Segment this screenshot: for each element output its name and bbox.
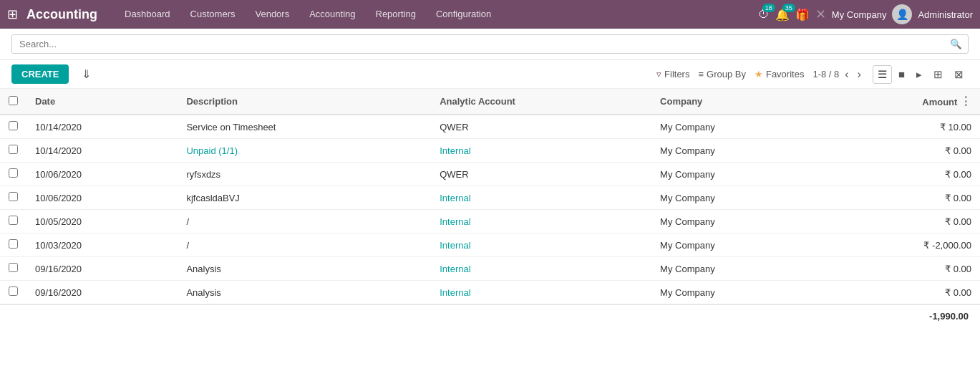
row-date: 10/06/2020 (26, 186, 178, 210)
analytic-items-table: Date Description Analytic Account Compan… (0, 89, 980, 304)
row-analytic-account[interactable]: Internal (431, 139, 651, 163)
row-checkbox[interactable] (9, 239, 18, 249)
col-analytic-account[interactable]: Analytic Account (431, 89, 651, 115)
row-analytic-account[interactable]: Internal (431, 186, 651, 210)
nav-accounting[interactable]: Accounting (299, 0, 365, 29)
table-row: 10/06/2020 kjfcasldaBVJ Internal My Comp… (0, 186, 980, 210)
row-date: 10/14/2020 (26, 139, 178, 163)
filters-label: Filters (664, 69, 689, 80)
table-row: 10/06/2020 ryfsxdzs QWER My Company ₹ 0.… (0, 163, 980, 186)
table-row: 09/16/2020 Analysis Internal My Company … (0, 281, 980, 304)
row-checkbox[interactable] (9, 121, 18, 130)
row-amount: ₹ 0.00 (823, 281, 980, 304)
row-checkbox-cell[interactable] (0, 186, 26, 210)
topnav-right: ⏱ 18 🔔 35 🎁 ✕ My Company 👤 Administrator (758, 4, 973, 24)
filter-icon: ▿ (656, 69, 661, 80)
row-company: My Company (651, 281, 823, 304)
table-row: 10/14/2020 Unpaid (1/1) Internal My Comp… (0, 139, 980, 163)
company-label[interactable]: My Company (832, 9, 887, 20)
pagination-text: 1-8 / 8 (812, 69, 839, 80)
row-date: 10/06/2020 (26, 163, 178, 186)
search-button[interactable]: 🔍 (944, 35, 968, 53)
row-checkbox[interactable] (9, 216, 18, 225)
chart-view-button[interactable]: ▸ (911, 65, 927, 84)
groupby-button[interactable]: ≡ Group By (698, 69, 746, 80)
row-date: 10/05/2020 (26, 210, 178, 233)
row-amount: ₹ 0.00 (823, 163, 980, 186)
select-all-header[interactable] (0, 89, 26, 115)
row-analytic-account[interactable]: Internal (431, 257, 651, 281)
row-checkbox-cell[interactable] (0, 115, 26, 139)
column-options-icon[interactable]: ⋮ (960, 95, 971, 107)
row-checkbox-cell[interactable] (0, 257, 26, 281)
gift-icon-btn[interactable]: 🎁 (795, 8, 810, 21)
bell-icon-btn[interactable]: 🔔 35 (775, 8, 790, 21)
nav-dashboard[interactable]: Dashboard (115, 0, 180, 29)
row-checkbox[interactable] (9, 168, 18, 178)
table-container: Date Description Analytic Account Compan… (0, 89, 980, 304)
list-view-button[interactable]: ☰ (873, 65, 892, 84)
grid-icon[interactable]: ⊞ (7, 6, 18, 22)
next-page-button[interactable]: › (855, 67, 864, 82)
avatar[interactable]: 👤 (892, 4, 912, 24)
clock-icon-btn[interactable]: ⏱ 18 (758, 8, 770, 21)
row-company: My Company (651, 163, 823, 186)
clock-badge: 18 (762, 4, 775, 12)
nav-reporting[interactable]: Reporting (366, 0, 426, 29)
nav-vendors[interactable]: Vendors (245, 0, 299, 29)
row-company: My Company (651, 186, 823, 210)
pivot-view-button[interactable]: ⊞ (928, 65, 948, 84)
grid-view-button[interactable]: ⊠ (949, 65, 969, 84)
row-company: My Company (651, 257, 823, 281)
kanban-view-button[interactable]: ■ (893, 65, 910, 84)
action-row: CREATE ⇓ ▿ Filters ≡ Group By ★ Favorite… (0, 60, 980, 89)
row-analytic-account: QWER (431, 163, 651, 186)
search-input[interactable] (12, 35, 944, 53)
select-all-checkbox[interactable] (9, 96, 18, 105)
nav-configuration[interactable]: Configuration (426, 0, 501, 29)
row-analytic-account[interactable]: Internal (431, 281, 651, 304)
row-checkbox-cell[interactable] (0, 139, 26, 163)
row-checkbox-cell[interactable] (0, 163, 26, 186)
nav-customers[interactable]: Customers (180, 0, 246, 29)
view-switcher: ☰ ■ ▸ ⊞ ⊠ (873, 65, 969, 84)
row-company: My Company (651, 115, 823, 139)
col-company[interactable]: Company (651, 89, 823, 115)
row-checkbox[interactable] (9, 286, 18, 296)
row-amount: ₹ 10.00 (823, 115, 980, 139)
row-description[interactable]: Unpaid (1/1) (178, 139, 431, 163)
row-description: / (178, 233, 431, 257)
row-analytic-account[interactable]: Internal (431, 210, 651, 233)
col-date[interactable]: Date (26, 89, 178, 115)
col-amount[interactable]: Amount ⋮ (823, 89, 980, 115)
row-date: 09/16/2020 (26, 257, 178, 281)
row-description: / (178, 210, 431, 233)
table-row: 10/14/2020 Service on Timesheet QWER My … (0, 115, 980, 139)
filters-button[interactable]: ▿ Filters (656, 69, 689, 80)
prev-page-button[interactable]: ‹ (842, 67, 851, 82)
brand-label: Accounting (26, 7, 97, 22)
table-row: 10/03/2020 / Internal My Company ₹ -2,00… (0, 233, 980, 257)
download-button[interactable]: ⇓ (77, 64, 95, 84)
row-description: Analysis (178, 281, 431, 304)
create-button[interactable]: CREATE (11, 64, 69, 84)
row-company: My Company (651, 210, 823, 233)
row-checkbox[interactable] (9, 263, 18, 272)
favorites-label: Favorites (766, 69, 804, 80)
main-menu: Dashboard Customers Vendors Accounting R… (115, 0, 758, 29)
row-checkbox-cell[interactable] (0, 210, 26, 233)
user-label[interactable]: Administrator (918, 9, 973, 20)
row-description: Service on Timesheet (178, 115, 431, 139)
row-company: My Company (651, 139, 823, 163)
row-checkbox[interactable] (9, 192, 18, 201)
groupby-label: Group By (707, 69, 746, 80)
row-checkbox-cell[interactable] (0, 233, 26, 257)
row-analytic-account[interactable]: Internal (431, 233, 651, 257)
favorites-button[interactable]: ★ Favorites (755, 69, 804, 80)
groupby-icon: ≡ (698, 69, 704, 80)
col-description[interactable]: Description (178, 89, 431, 115)
total-label: -1,990.00 (929, 311, 969, 322)
row-description: Analysis (178, 257, 431, 281)
row-checkbox[interactable] (9, 145, 18, 154)
row-checkbox-cell[interactable] (0, 281, 26, 304)
